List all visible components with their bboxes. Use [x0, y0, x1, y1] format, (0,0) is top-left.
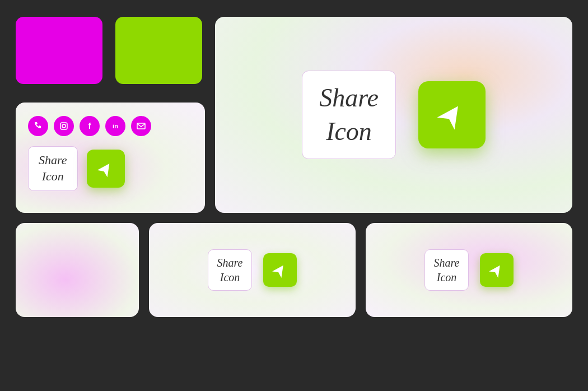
- svg-marker-6: [273, 262, 288, 278]
- social-icons-row: f in: [28, 116, 193, 136]
- svg-rect-4: [137, 123, 145, 129]
- card-bottom-right: ShareIcon: [366, 223, 572, 317]
- svg-marker-7: [489, 262, 505, 278]
- instagram-social-icon[interactable]: [54, 116, 74, 136]
- phone-icon: [34, 122, 43, 131]
- magenta-swatch: [16, 17, 102, 84]
- card-bottom-center: ShareIcon: [149, 223, 356, 317]
- facebook-social-icon[interactable]: f: [80, 116, 100, 136]
- svg-point-3: [66, 124, 67, 125]
- share-label-medium: ShareIcon: [28, 146, 78, 190]
- card-large: ShareIcon: [215, 17, 572, 213]
- share-label-bottom-center: ShareIcon: [208, 249, 253, 291]
- share-arrow-icon-large: [437, 100, 467, 130]
- svg-marker-0: [437, 100, 466, 130]
- share-label-large: ShareIcon: [302, 71, 396, 159]
- share-arrow-icon-medium: [97, 160, 115, 178]
- share-button-bottom-center[interactable]: [263, 253, 297, 287]
- email-social-icon[interactable]: [131, 116, 151, 136]
- email-icon: [137, 122, 146, 131]
- card-bottom-left: [16, 223, 139, 317]
- share-button-large[interactable]: [418, 81, 486, 148]
- facebook-icon: f: [88, 122, 91, 131]
- bottom-row: ShareIcon ShareIcon: [16, 223, 572, 317]
- instagram-icon: [59, 122, 68, 131]
- linkedin-icon: in: [113, 123, 118, 129]
- share-arrow-icon-bottom-right: [489, 262, 505, 278]
- svg-point-2: [62, 124, 66, 128]
- linkedin-social-icon[interactable]: in: [105, 116, 125, 136]
- phone-social-icon[interactable]: [28, 116, 48, 136]
- share-button-medium[interactable]: [87, 150, 125, 188]
- svg-marker-5: [97, 160, 114, 178]
- share-button-bottom-right[interactable]: [480, 253, 514, 287]
- svg-rect-1: [60, 123, 67, 129]
- card-medium-content: ShareIcon: [28, 146, 193, 190]
- share-arrow-icon-bottom-center: [272, 262, 288, 278]
- share-label-bottom-right: ShareIcon: [424, 249, 469, 291]
- lime-swatch: [115, 17, 202, 84]
- card-medium: f in ShareIcon: [16, 103, 205, 213]
